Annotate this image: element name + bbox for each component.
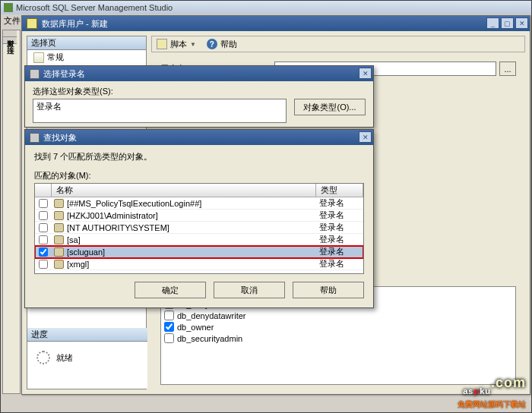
row-type: 登录名 <box>316 234 363 245</box>
row-type: 登录名 <box>316 222 363 233</box>
row-checkbox[interactable] <box>39 235 48 244</box>
ssms-icon <box>4 3 13 12</box>
object-types-field[interactable]: 登录名 <box>33 99 287 123</box>
ok-button[interactable]: 确定 <box>135 282 206 298</box>
minimize-button[interactable]: _ <box>486 17 499 29</box>
script-icon[interactable] <box>157 39 167 49</box>
help-icon[interactable]: ? <box>207 39 217 49</box>
find-objects-title: 查找对象 <box>43 132 77 143</box>
objects-grid[interactable]: 名称 类型 [##MS_PolicyTsqlExecutionLogin##] … <box>34 183 364 274</box>
help-button[interactable]: 帮助 <box>293 282 364 298</box>
col-name[interactable]: 名称 <box>52 184 316 197</box>
tree-item-general[interactable]: 常规 <box>27 50 146 65</box>
grid-row-selected[interactable]: [scluguan] 登录名 <box>35 246 363 258</box>
watermark: aspku.com 免费网站源码下载站 <box>458 375 526 410</box>
grid-row[interactable]: [NT AUTHORITY\SYSTEM] 登录名 <box>35 222 363 234</box>
close-button[interactable]: ✕ <box>359 68 372 79</box>
close-button[interactable]: ✕ <box>515 17 528 29</box>
close-button[interactable]: ✕ <box>359 131 372 143</box>
watermark-tagline: 免费网站源码下载站 <box>458 399 526 410</box>
role-checkbox[interactable] <box>164 333 174 343</box>
page-icon <box>33 52 44 63</box>
find-objects-dialog: 查找对象 ✕ 找到 7 个匹配所选类型的对象。 匹配的对象(M): 名称 类型 … <box>24 129 374 308</box>
row-name: [NT AUTHORITY\SYSTEM] <box>65 223 316 232</box>
login-icon <box>54 211 64 220</box>
row-name: [xmgl] <box>65 260 316 269</box>
select-login-title: 选择登录名 <box>43 68 85 80</box>
window-controls: _ ▢ ✕ <box>486 17 528 29</box>
row-name: [scluguan] <box>65 247 316 257</box>
db-user-title-text: 数据库用户 - 新建 <box>42 18 108 30</box>
login-icon <box>54 235 64 244</box>
row-checkbox[interactable] <box>39 260 48 269</box>
progress-spinner-icon <box>36 351 50 364</box>
col-type[interactable]: 类型 <box>316 184 363 197</box>
ssms-title-text: Microsoft SQL Server Management Studio <box>16 3 173 12</box>
object-types-label: 选择这些对象类型(S): <box>33 86 366 97</box>
role-checkbox[interactable] <box>164 311 174 320</box>
row-name: [##MS_PolicyTsqlExecutionLogin##] <box>65 199 316 208</box>
role-row[interactable]: db_securityadmin <box>161 333 515 344</box>
found-count-label: 找到 7 个匹配所选类型的对象。 <box>34 151 364 162</box>
ssms-left-docktabs[interactable]: 对象资 连接 <box>2 30 21 394</box>
progress-pane: 进度 就绪 <box>27 328 147 389</box>
login-icon <box>54 223 64 232</box>
grid-header: 名称 类型 <box>35 184 363 197</box>
row-checkbox[interactable] <box>39 199 48 208</box>
right-toolbar: 脚本▼ ? 帮助 <box>151 36 525 52</box>
ssms-titlebar: Microsoft SQL Server Management Studio <box>1 1 531 14</box>
login-icon <box>54 199 64 208</box>
chevron-down-icon[interactable]: ▼ <box>190 41 196 48</box>
db-user-titlebar[interactable]: 数据库用户 - 新建 _ ▢ ✕ <box>22 16 530 31</box>
row-checkbox[interactable] <box>39 211 48 220</box>
help-label[interactable]: 帮助 <box>220 39 237 50</box>
login-icon <box>54 247 64 257</box>
watermark-brand: aspku.com <box>463 375 526 399</box>
row-checkbox[interactable] <box>39 223 48 232</box>
menu-file[interactable]: 文件 <box>4 15 21 27</box>
select-login-dialog: 选择登录名 ✕ 选择这些对象类型(S): 登录名 对象类型(O)... <box>24 65 374 128</box>
script-label[interactable]: 脚本 <box>170 39 187 50</box>
document-icon <box>27 18 37 29</box>
row-type: 登录名 <box>316 210 363 221</box>
dialog-icon <box>30 69 40 79</box>
select-login-titlebar[interactable]: 选择登录名 ✕ <box>25 66 373 81</box>
dialog-icon <box>30 133 40 143</box>
left-pane-header: 选择页 <box>27 36 146 50</box>
tab-connect[interactable]: 连接 <box>3 37 17 44</box>
login-icon <box>54 260 64 269</box>
object-types-button[interactable]: 对象类型(O)... <box>294 99 366 115</box>
row-name: [sa] <box>65 235 316 244</box>
grid-row[interactable]: [xmgl] 登录名 <box>35 258 363 270</box>
maximize-button[interactable]: ▢ <box>501 17 514 29</box>
find-dialog-buttons: 确定 取消 帮助 <box>34 282 364 298</box>
grid-row[interactable]: [##MS_PolicyTsqlExecutionLogin##] 登录名 <box>35 197 363 210</box>
row-type: 登录名 <box>316 246 363 257</box>
tab-object-explorer[interactable]: 对象资 <box>3 30 17 37</box>
matched-label: 匹配的对象(M): <box>34 170 364 181</box>
find-objects-titlebar[interactable]: 查找对象 ✕ <box>25 130 373 145</box>
grid-row[interactable]: [sa] 登录名 <box>35 234 363 246</box>
row-type: 登录名 <box>316 197 363 209</box>
row-type: 登录名 <box>316 258 363 270</box>
col-check[interactable] <box>35 184 52 197</box>
progress-status: 就绪 <box>56 352 73 364</box>
progress-header: 进度 <box>27 328 147 342</box>
role-row[interactable]: db_owner <box>161 321 515 333</box>
cancel-button[interactable]: 取消 <box>214 282 285 298</box>
grid-row[interactable]: [HZKJ001\Administrator] 登录名 <box>35 210 363 222</box>
row-checkbox[interactable] <box>39 247 48 257</box>
row-name: [HZKJ001\Administrator] <box>65 211 316 220</box>
username-browse-button[interactable]: ... <box>499 61 516 76</box>
role-checkbox[interactable] <box>164 322 174 332</box>
role-row[interactable]: db_denydatawriter <box>161 310 515 321</box>
